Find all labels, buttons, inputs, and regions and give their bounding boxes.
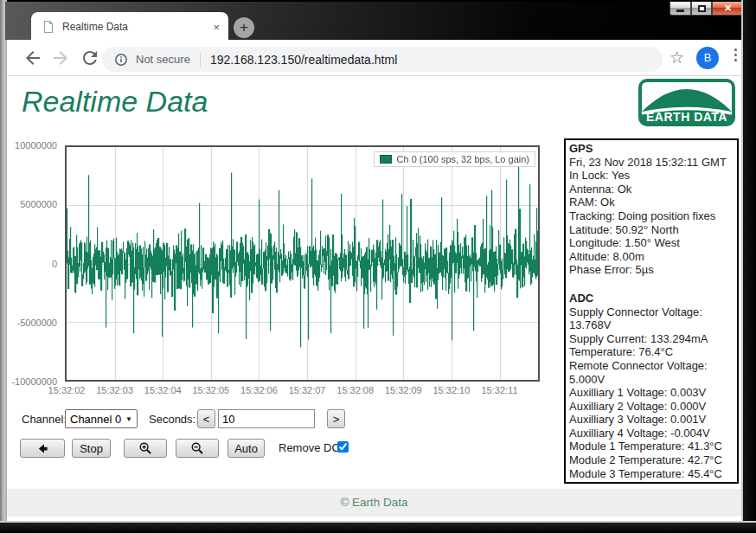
omnibox-divider <box>200 53 201 67</box>
channel-select-value: Channel 0 <box>70 413 121 426</box>
zoom-out-icon <box>190 441 204 455</box>
gps-line: Tracking: Doing position fixes <box>569 209 734 223</box>
x-tick-label: 15:32:07 <box>289 385 326 395</box>
seconds-decrement-button[interactable]: < <box>197 409 215 428</box>
seconds-label: Seconds: <box>149 413 195 426</box>
adc-line: Temperature: 76.4°C <box>569 345 734 359</box>
adc-line: Module 4 Temperature: 102.7°C <box>569 480 734 484</box>
gps-line: In Lock: Yes <box>569 169 734 183</box>
browser-toolbar: Not secure 192.168.123.150/realtimedata.… <box>7 40 741 76</box>
adc-line: Supply Current: 133.294mA <box>569 332 734 346</box>
x-tick-label: 15:32:09 <box>385 385 422 395</box>
gps-line: Phase Error: 5µs <box>569 263 734 277</box>
bookmark-star-icon[interactable]: ☆ <box>670 48 684 67</box>
back-icon[interactable] <box>22 48 43 68</box>
gps-line: Fri, 23 Nov 2018 15:32:11 GMT <box>569 156 734 170</box>
legend-swatch <box>380 155 392 164</box>
adc-line: Auxilliary 4 Voltage: -0.004V <box>569 427 734 440</box>
stop-button[interactable]: Stop <box>72 439 111 458</box>
zoom-out-button[interactable] <box>176 439 219 458</box>
adc-line: Module 3 Temperature: 45.4°C <box>569 467 734 481</box>
adc-line: Module 1 Temperature: 41.3°C <box>569 440 734 453</box>
security-label: Not secure <box>136 53 190 66</box>
adc-line: Auxilliary 3 Voltage: 0.001V <box>569 413 734 427</box>
seconds-increment-button[interactable]: > <box>327 409 345 428</box>
gps-line: Latitude: 50.92° North <box>569 223 734 237</box>
waveform-canvas <box>67 147 538 380</box>
zoom-in-icon <box>138 441 152 455</box>
adc-line: Remote Connector Voltage: 5.000V <box>569 359 734 386</box>
page-favicon-icon <box>42 20 55 34</box>
gps-line: Longitude: 1.50° West <box>569 236 734 250</box>
page-content: Realtime Data EARTH DATA 100000005000000… <box>7 76 741 521</box>
adc-lines: Supply Connector Voltage: 13.768VSupply … <box>569 305 734 484</box>
reload-icon[interactable] <box>80 48 100 68</box>
minimize-button[interactable] <box>670 2 691 16</box>
browser-tab[interactable]: Realtime Data × <box>31 12 228 42</box>
adc-line: Auxilliary 1 Voltage: 0.003V <box>569 386 734 400</box>
address-bar[interactable]: Not secure 192.168.123.150/realtimedata.… <box>102 47 663 72</box>
adc-line: Module 2 Temperature: 42.7°C <box>569 453 734 467</box>
x-tick-label: 15:32:11 <box>481 385 517 395</box>
legend-label: Ch 0 (100 sps, 32 bps, Lo gain) <box>397 154 529 164</box>
channel-label: Channel: <box>22 413 67 426</box>
adc-line: Supply Connector Voltage: 13.768V <box>569 305 734 332</box>
earth-data-logo: EARTH DATA <box>637 78 736 127</box>
profile-avatar[interactable]: B <box>696 47 719 69</box>
adc-title: ADC <box>569 292 734 305</box>
chart-y-axis: 1000000050000000-5000000-10000000 <box>7 145 59 382</box>
left-arrow-icon <box>36 442 49 455</box>
info-icon[interactable] <box>114 53 128 67</box>
browser-window: Realtime Data × + ✕ Not secure 192. <box>0 0 756 533</box>
tab-strip: Realtime Data × + <box>5 2 756 40</box>
minimize-icon <box>676 10 684 12</box>
zoom-in-button[interactable] <box>124 439 167 458</box>
close-button[interactable]: ✕ <box>712 2 744 16</box>
y-tick-label: 5000000 <box>20 199 57 209</box>
x-tick-label: 15:32:10 <box>432 385 470 395</box>
x-tick-label: 15:32:02 <box>48 385 86 395</box>
page-footer: © Earth Data <box>7 489 741 517</box>
chevron-down-icon: ▼ <box>125 415 132 423</box>
auto-button[interactable]: Auto <box>227 439 265 458</box>
window-controls: ✕ <box>670 2 744 16</box>
window-border-left <box>0 0 7 533</box>
gps-line: RAM: Ok <box>569 196 734 209</box>
adc-line: Auxilliary 2 Voltage: 0.000V <box>569 400 734 414</box>
page-title: Realtime Data <box>22 85 208 119</box>
logo-text: EARTH DATA <box>646 110 727 124</box>
chart-legend: Ch 0 (100 sps, 32 bps, Lo gain) <box>374 151 535 167</box>
forward-icon[interactable] <box>50 48 71 68</box>
gps-title: GPS <box>569 142 734 156</box>
gps-line: Antenna: Ok <box>569 183 734 196</box>
url-text[interactable]: 192.168.123.150/realtimedata.html <box>210 53 397 67</box>
realtime-chart[interactable]: Ch 0 (100 sps, 32 bps, Lo gain) <box>65 145 540 382</box>
x-tick-label: 15:32:06 <box>240 385 278 395</box>
x-tick-label: 15:32:04 <box>144 385 182 395</box>
x-tick-label: 15:32:05 <box>192 385 229 395</box>
y-tick-label: 10000000 <box>15 140 57 151</box>
x-tick-label: 15:32:08 <box>336 385 374 395</box>
maximize-icon <box>698 5 706 12</box>
remove-dc-checkbox[interactable] <box>337 441 349 453</box>
channel-select[interactable]: Channel 0 ▼ <box>65 409 138 428</box>
gps-lines: Fri, 23 Nov 2018 15:32:11 GMTIn Lock: Ye… <box>569 156 734 277</box>
y-tick-label: -5000000 <box>17 318 58 328</box>
tab-title: Realtime Data <box>62 21 211 33</box>
tab-close-icon[interactable]: × <box>211 21 221 34</box>
status-panel: GPS Fri, 23 Nov 2018 15:32:11 GMTIn Lock… <box>564 138 739 484</box>
y-tick-label: 0 <box>52 259 57 269</box>
gps-line: Altitude: 8.00m <box>569 250 734 264</box>
maximize-button[interactable] <box>691 2 712 16</box>
new-tab-button[interactable]: + <box>234 17 254 38</box>
browser-menu-icon[interactable] <box>734 48 737 61</box>
seconds-input[interactable] <box>218 409 315 428</box>
window-border-right <box>741 0 756 533</box>
window-border-bottom <box>0 521 756 533</box>
scroll-back-button[interactable] <box>20 439 65 458</box>
remove-dc-label: Remove DC <box>279 441 340 454</box>
x-tick-label: 15:32:03 <box>96 385 133 395</box>
